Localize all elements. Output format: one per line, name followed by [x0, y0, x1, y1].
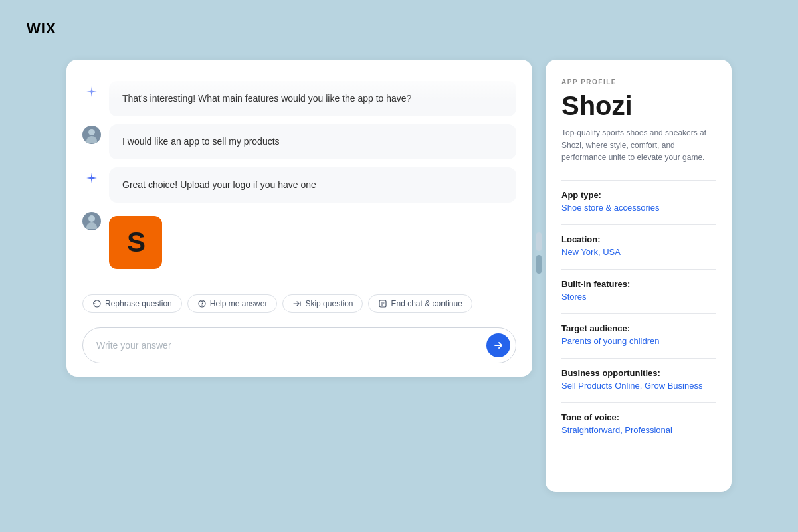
user-message-1: I would like an app to sell my products [109, 124, 516, 159]
end-chat-icon [378, 299, 387, 308]
uploaded-logo: S [109, 216, 162, 269]
profile-field-app-type: App type: Shoe store & accessories [561, 190, 716, 213]
input-wrapper [82, 327, 516, 363]
profile-field-business: Business opportunities: Sell Products On… [561, 368, 716, 391]
field-label-audience: Target audience: [561, 323, 716, 333]
profile-description: Top-quality sports shoes and sneakers at… [561, 127, 716, 164]
profile-divider-2 [561, 224, 716, 225]
scroll-dot-1 [536, 232, 542, 251]
profile-field-tone: Tone of voice: Straightforward, Professi… [561, 412, 716, 435]
ai-avatar-2 [82, 169, 101, 187]
profile-panel: APP PROFILE Shozi Top-quality sports sho… [546, 60, 732, 492]
rephrase-question-button[interactable]: Rephrase question [82, 294, 182, 313]
user-avatar-1 [82, 126, 101, 144]
profile-section-label: APP PROFILE [561, 78, 716, 86]
profile-divider-4 [561, 313, 716, 314]
field-value-tone: Straightforward, Professional [561, 425, 716, 435]
scroll-indicators [536, 232, 542, 274]
field-label-features: Built-in features: [561, 279, 716, 289]
chat-fade-top [82, 73, 516, 100]
chat-actions: Rephrase question Help me answer [66, 288, 532, 322]
profile-divider-5 [561, 358, 716, 359]
skip-icon [292, 299, 302, 308]
user-avatar-2 [82, 212, 101, 230]
end-chat-button[interactable]: End chat & continue [368, 294, 472, 313]
field-label-business: Business opportunities: [561, 368, 716, 378]
profile-field-features: Built-in features: Stores [561, 279, 716, 302]
profile-name: Shozi [561, 91, 716, 120]
send-icon [493, 340, 504, 351]
field-value-app-type: Shoe store & accessories [561, 203, 716, 213]
profile-divider-3 [561, 269, 716, 270]
rephrase-icon [92, 299, 102, 308]
message-row: Great choice! Upload your logo if you ha… [82, 167, 516, 203]
answer-input[interactable] [96, 340, 486, 351]
chat-messages[interactable]: That's interesting! What main features w… [66, 60, 532, 288]
sparkle-icon-2 [85, 171, 98, 185]
field-value-features: Stores [561, 292, 716, 302]
skip-question-button[interactable]: Skip question [282, 294, 363, 313]
skip-label: Skip question [305, 299, 353, 308]
chat-panel-wrapper: That's interesting! What main features w… [66, 60, 532, 492]
field-label-app-type: App type: [561, 190, 716, 200]
message-row-logo: S [82, 211, 516, 274]
ai-message-2: Great choice! Upload your logo if you ha… [109, 167, 516, 203]
end-chat-label: End chat & continue [391, 299, 462, 308]
help-icon [197, 299, 207, 308]
profile-field-audience: Target audience: Parents of young childr… [561, 323, 716, 346]
field-value-location: New York, USA [561, 247, 716, 257]
help-me-answer-button[interactable]: Help me answer [187, 294, 278, 313]
chat-input-area [66, 322, 532, 377]
rephrase-label: Rephrase question [105, 299, 172, 308]
message-row: I would like an app to sell my products [82, 124, 516, 159]
svg-point-0 [201, 305, 202, 306]
main-layout: That's interesting! What main features w… [66, 60, 732, 492]
field-label-location: Location: [561, 234, 716, 244]
field-value-business: Sell Products Online, Grow Business [561, 381, 716, 391]
chat-panel: That's interesting! What main features w… [66, 60, 532, 377]
profile-divider [561, 180, 716, 181]
field-label-tone: Tone of voice: [561, 412, 716, 422]
send-button[interactable] [486, 333, 510, 357]
scroll-dot-2 [536, 255, 542, 274]
logo-upload-container: S [109, 211, 162, 274]
field-value-audience: Parents of young children [561, 336, 716, 346]
profile-field-location: Location: New York, USA [561, 234, 716, 257]
help-label: Help me answer [210, 299, 268, 308]
wix-logo: WIX [27, 20, 56, 37]
profile-divider-6 [561, 402, 716, 403]
